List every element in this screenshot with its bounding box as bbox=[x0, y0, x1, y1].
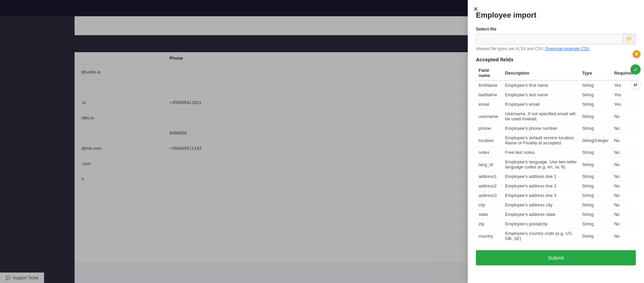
field-description-cell: Employee's address line 1 bbox=[502, 172, 579, 181]
field-row: address3 Employee's address line 3 Strin… bbox=[476, 191, 636, 200]
field-type-cell: String bbox=[580, 181, 611, 191]
field-type-cell: String/Integer bbox=[580, 133, 611, 148]
field-name-cell: country bbox=[476, 229, 502, 243]
field-name-cell: username bbox=[476, 109, 502, 124]
field-required-cell: No bbox=[611, 219, 636, 229]
field-required-cell: Yes bbox=[611, 100, 636, 109]
field-required-cell: No bbox=[611, 210, 636, 219]
field-required-cell: No bbox=[611, 109, 636, 124]
field-type-cell: String bbox=[580, 157, 611, 172]
fields-table-header: Field name Description Type Required bbox=[476, 66, 636, 80]
field-type-cell: String bbox=[580, 191, 611, 200]
field-name-cell: firstName bbox=[476, 80, 502, 90]
field-required-cell: No bbox=[611, 172, 636, 181]
field-required-cell: No bbox=[611, 191, 636, 200]
field-description-cell: Employee's country code (e.g. US, GB, SE… bbox=[502, 229, 579, 243]
th-type: Type bbox=[580, 66, 611, 80]
field-required-cell: No bbox=[611, 148, 636, 157]
allowed-text-content: Allowed file types are XLSX and CSV. bbox=[476, 46, 544, 51]
field-description-cell: Employee's default service location. Nam… bbox=[502, 133, 579, 148]
field-description-cell: Employee's postal/zip bbox=[502, 219, 579, 229]
field-row: country Employee's country code (e.g. US… bbox=[476, 229, 636, 243]
field-required-cell: No bbox=[611, 229, 636, 243]
panel-close-button[interactable]: ✕ bbox=[473, 5, 478, 13]
th-description: Description bbox=[502, 66, 579, 80]
field-description-cell: Employee's address state bbox=[502, 210, 579, 219]
field-description-cell: Employee's phone number bbox=[502, 124, 579, 133]
field-description-cell: Employee's first name bbox=[502, 80, 579, 90]
download-csv-link[interactable]: Download example CSV. bbox=[545, 46, 590, 51]
field-description-cell: Employee's address line 2 bbox=[502, 181, 579, 191]
field-type-cell: String bbox=[580, 90, 611, 100]
field-name-cell: lang_id bbox=[476, 157, 502, 172]
select-file-label: Select file bbox=[476, 26, 636, 32]
switch-icon[interactable]: ⇄ bbox=[630, 80, 641, 90]
field-description-cell: Username. If not specified email will be… bbox=[502, 109, 579, 124]
field-description-cell: Free text notes. bbox=[502, 148, 579, 157]
field-row: zip Employee's postal/zip String No bbox=[476, 219, 636, 229]
field-type-cell: String bbox=[580, 80, 611, 90]
field-type-cell: String bbox=[580, 200, 611, 210]
notification-badge: 8 bbox=[632, 50, 641, 58]
field-type-cell: String bbox=[580, 172, 611, 181]
field-row: lang_id Employee's language. Use two-let… bbox=[476, 157, 636, 172]
field-name-cell: notes bbox=[476, 148, 502, 157]
field-name-cell: city bbox=[476, 200, 502, 210]
field-description-cell: Employee's email bbox=[502, 100, 579, 109]
field-description-cell: Employee's address city bbox=[502, 200, 579, 210]
field-row: email Employee's email String Yes bbox=[476, 100, 636, 109]
field-type-cell: String bbox=[580, 100, 611, 109]
allowed-text: Allowed file types are XLSX and CSV. Dow… bbox=[476, 46, 636, 51]
field-name-cell: location bbox=[476, 133, 502, 148]
field-row: address1 Employee's address line 1 Strin… bbox=[476, 172, 636, 181]
field-required-cell: No bbox=[611, 133, 636, 148]
fields-table-body: firstName Employee's first name String Y… bbox=[476, 80, 636, 243]
panel-title: Employee import bbox=[476, 11, 636, 20]
th-field-name: Field name bbox=[476, 66, 502, 80]
field-description-cell: Employee's address line 3 bbox=[502, 191, 579, 200]
field-row: firstName Employee's first name String Y… bbox=[476, 80, 636, 90]
field-name-cell: phone bbox=[476, 124, 502, 133]
field-name-cell: address2 bbox=[476, 181, 502, 191]
field-required-cell: No bbox=[611, 157, 636, 172]
field-row: location Employee's default service loca… bbox=[476, 133, 636, 148]
field-required-cell: No bbox=[611, 124, 636, 133]
field-type-cell: String bbox=[580, 219, 611, 229]
field-name-cell: address3 bbox=[476, 191, 502, 200]
field-name-cell: lastName bbox=[476, 90, 502, 100]
file-browse-button[interactable]: 📁 bbox=[623, 34, 636, 44]
fields-table: Field name Description Type Required fir… bbox=[476, 66, 636, 243]
field-required-cell: No bbox=[611, 181, 636, 191]
accepted-fields-title: Accepted fields bbox=[476, 57, 636, 62]
field-type-cell: String bbox=[580, 210, 611, 219]
field-type-cell: String bbox=[580, 124, 611, 133]
field-row: username Username. If not specified emai… bbox=[476, 109, 636, 124]
field-name-cell: email bbox=[476, 100, 502, 109]
field-type-cell: String bbox=[580, 109, 611, 124]
check-circle-icon: ✓ bbox=[630, 64, 641, 75]
file-text-input[interactable] bbox=[476, 34, 623, 44]
field-name-cell: address1 bbox=[476, 172, 502, 181]
field-name-cell: zip bbox=[476, 219, 502, 229]
field-required-cell: No bbox=[611, 200, 636, 210]
field-description-cell: Employee's language. Use two-letter lang… bbox=[502, 157, 579, 172]
field-row: city Employee's address city String No bbox=[476, 200, 636, 210]
field-row: notes Free text notes. String No bbox=[476, 148, 636, 157]
field-type-cell: String bbox=[580, 229, 611, 243]
field-required-cell: Yes bbox=[611, 90, 636, 100]
field-type-cell: String bbox=[580, 148, 611, 157]
field-row: address2 Employee's address line 2 Strin… bbox=[476, 181, 636, 191]
field-row: lastName Employee's last name String Yes bbox=[476, 90, 636, 100]
field-row: state Employee's address state String No bbox=[476, 210, 636, 219]
field-row: phone Employee's phone number String No bbox=[476, 124, 636, 133]
side-panel: ✕ Employee import Select file 📁 Allowed … bbox=[468, 0, 644, 283]
submit-button[interactable]: Submit bbox=[476, 250, 636, 265]
field-name-cell: state bbox=[476, 210, 502, 219]
file-input-row: 📁 bbox=[476, 34, 636, 44]
field-description-cell: Employee's last name bbox=[502, 90, 579, 100]
